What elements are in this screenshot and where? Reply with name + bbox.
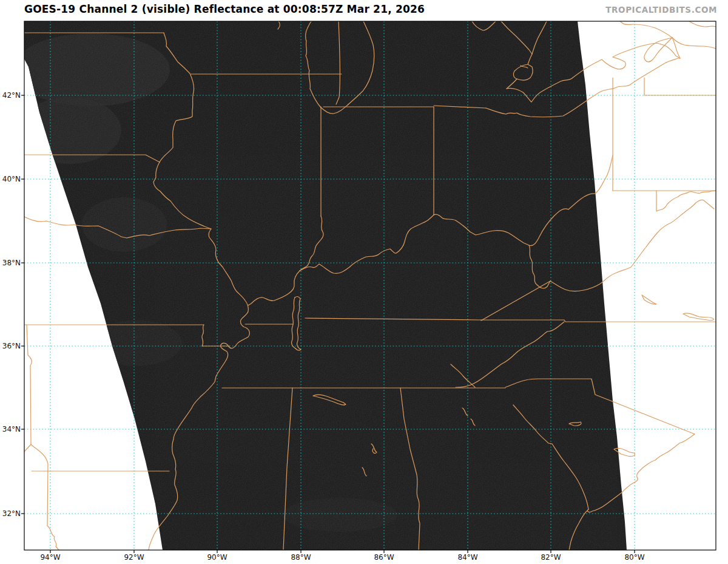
border-newyork-pennsylvania bbox=[644, 78, 716, 95]
lon-tick-label: 92°W bbox=[124, 553, 144, 562]
lat-tick-label: 36°N bbox=[0, 342, 21, 350]
satellite-image-viewer: GOES-19 Channel 2 (visible) Reflectance … bbox=[0, 0, 728, 564]
lake-ontario-north-shore bbox=[620, 21, 672, 38]
lon-tick-label: 86°W bbox=[374, 553, 394, 562]
smith-mountain-lake bbox=[642, 295, 656, 304]
lat-tick-label: 32°N bbox=[0, 509, 21, 518]
lon-tick-label: 90°W bbox=[207, 553, 227, 562]
kerr-lake-gaston bbox=[683, 313, 713, 321]
lake-ontario-west-end bbox=[644, 38, 672, 62]
ontario-shore-top-right bbox=[689, 21, 716, 27]
lat-tick-label: 40°N bbox=[0, 175, 21, 183]
lon-tick-label: 88°W bbox=[291, 553, 311, 562]
satellite-map-canvas bbox=[0, 0, 728, 564]
red-sabine-toledo-bend bbox=[31, 444, 59, 550]
lon-tick-label: 84°W bbox=[457, 553, 477, 562]
lake-ontario-south-shore bbox=[672, 38, 716, 49]
potomac-river bbox=[656, 191, 716, 211]
border-arkansas-west bbox=[24, 325, 32, 452]
lat-tick-label: 38°N bbox=[0, 259, 21, 267]
lon-tick-label: 94°W bbox=[40, 553, 60, 562]
lon-tick-label: 82°W bbox=[541, 553, 561, 562]
lat-tick-label: 42°N bbox=[0, 91, 21, 100]
lat-tick-label: 34°N bbox=[0, 425, 21, 433]
lon-tick-label: 80°W bbox=[624, 553, 644, 562]
